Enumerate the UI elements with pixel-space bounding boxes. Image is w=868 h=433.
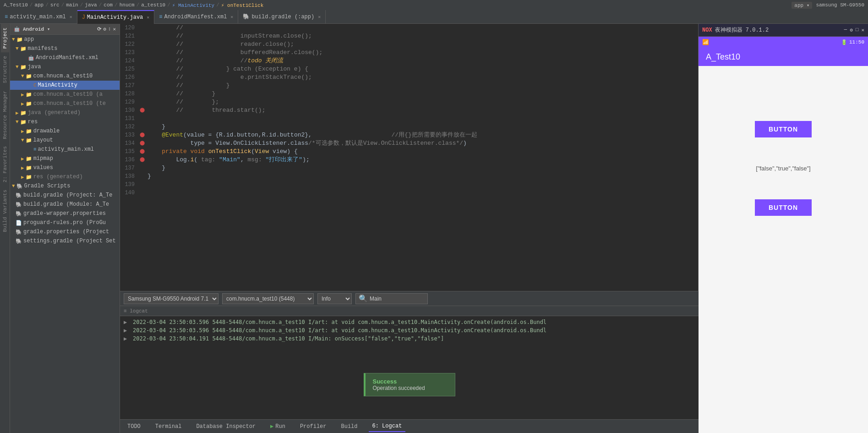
breadcrumb-item[interactable]: app xyxy=(34,2,44,8)
code-line-124: 124 // //todo 关闭流 xyxy=(120,57,698,65)
tree-item-build-gradle-project[interactable]: 🐘 build.gradle (Project: A_Te xyxy=(10,191,120,200)
folder-expand-icon: ▶ xyxy=(21,165,24,171)
tree-item-res[interactable]: ▼ 📁 res xyxy=(10,117,120,126)
code-editor[interactable]: 120 // 121 // inputStream.close(); 122 xyxy=(120,24,698,291)
close-panel-icon[interactable]: ✕ xyxy=(113,26,116,32)
panel-favorites[interactable]: 2: Favorites xyxy=(1,143,9,186)
breadcrumb-item[interactable]: hnucm xyxy=(120,2,135,8)
device-select[interactable]: Samsung SM-G9550 Android 7.1 xyxy=(124,293,218,304)
tab-close-icon[interactable]: ✕ xyxy=(70,14,72,20)
breakpoint-icon[interactable]: ⬤ xyxy=(140,148,145,156)
top-bar-right: app ▾ samsung SM-G9550 xyxy=(792,2,864,9)
tree-item-proguard[interactable]: 📄 proguard-rules.pro (ProGu xyxy=(10,218,120,227)
tree-item-gradle-properties[interactable]: 🐘 gradle.properties (Project xyxy=(10,227,120,236)
tree-item-package-test[interactable]: ▶ 📁 com.hnucm.a_test10 (a xyxy=(10,90,120,99)
tab-terminal[interactable]: Terminal xyxy=(152,422,186,432)
run-config[interactable]: app ▾ xyxy=(792,2,812,9)
breadcrumb-item[interactable]: A_Test10 xyxy=(4,2,28,8)
package-select[interactable]: com.hnucm.a_test10 (5448) xyxy=(222,293,314,304)
panel-build-variants[interactable]: Build Variants xyxy=(1,186,9,236)
folder-icon: 📁 xyxy=(16,37,23,43)
tab-activity-main-xml[interactable]: ≡ activity_main.xml ✕ xyxy=(0,10,77,24)
tree-label-package-test: com.hnucm.a_test10 (a xyxy=(33,91,103,98)
tree-item-app[interactable]: ▼ 📁 app xyxy=(10,35,120,44)
breadcrumb-item[interactable]: java xyxy=(85,2,97,8)
phone-button-2[interactable]: BUTTON xyxy=(755,199,812,216)
tree-item-package[interactable]: ▼ 📁 com.hnucm.a_test10 xyxy=(10,71,120,81)
panel-resource-manager[interactable]: Resource Manager xyxy=(1,87,9,143)
tree-item-manifests[interactable]: ▼ 📁 manifests xyxy=(10,44,120,53)
code-line-136: 136 ⬤ Log.i( tag: "Main", msg: "打印出来了"); xyxy=(120,156,698,164)
tab-label-logcat: 6: Logcat xyxy=(372,423,402,429)
xml-file-icon: 🤖 xyxy=(28,55,34,61)
maximize-button[interactable]: □ xyxy=(856,27,859,33)
logcat-search-box[interactable]: 🔍 xyxy=(355,293,428,304)
tree-item-java[interactable]: ▼ 📁 java xyxy=(10,62,120,71)
tab-build-gradle[interactable]: 🐘 build.gradle (:app) ✕ xyxy=(238,10,326,24)
breakpoint-icon[interactable]: ⬤ xyxy=(140,131,145,139)
tab-todo[interactable]: TODO xyxy=(124,422,144,432)
level-select[interactable]: Info Verbose Debug Warn Error xyxy=(317,293,352,304)
tab-build[interactable]: Build xyxy=(338,422,361,432)
collapse-icon[interactable]: ↕ xyxy=(108,26,111,32)
breadcrumb-item[interactable]: ⚡ onTest1Click xyxy=(221,2,263,8)
breadcrumb-item[interactable]: com xyxy=(104,2,113,8)
tab-close-icon[interactable]: ✕ xyxy=(147,15,149,20)
phone-button-1[interactable]: BUTTON xyxy=(755,121,812,137)
logcat-content[interactable]: ▶ 2022-03-04 23:50:03.596 5448-5448/com.… xyxy=(120,316,699,419)
log-icon: ▶ xyxy=(124,334,131,343)
tree-label-mainactivity: MainActivity xyxy=(38,82,77,88)
code-line-131: 131 xyxy=(120,115,698,123)
tree-item-values[interactable]: ▶ 📁 values xyxy=(10,163,120,172)
tree-label-androidmanifest: AndroidManifest.xml xyxy=(36,55,98,61)
tree-item-layout[interactable]: ▼ 📁 layout xyxy=(10,136,120,145)
tree-item-settings-gradle[interactable]: 🐘 settings.gradle (Project Set xyxy=(10,236,120,246)
settings-button[interactable]: ⚙ xyxy=(850,27,853,33)
breadcrumb-item[interactable]: a_test10 xyxy=(141,2,165,8)
folder-icon: 📁 xyxy=(20,110,27,116)
folder-icon: 📁 xyxy=(26,73,32,79)
sync-icon[interactable]: ⟳ xyxy=(97,26,101,32)
breakpoint-icon[interactable]: ⬤ xyxy=(140,106,145,115)
tab-profiler[interactable]: Profiler xyxy=(296,422,330,432)
logcat-search-input[interactable] xyxy=(370,296,425,302)
tree-item-res-generated[interactable]: ▶ 📁 res (generated) xyxy=(10,172,120,181)
tree-item-gradle-wrapper[interactable]: 🐘 gradle-wrapper.properties xyxy=(10,209,120,218)
breadcrumb-item[interactable]: main xyxy=(66,2,78,8)
panel-structure[interactable]: Structure xyxy=(1,52,9,87)
breakpoint-icon[interactable]: ⬤ xyxy=(140,156,145,164)
tab-close-icon[interactable]: ✕ xyxy=(318,14,321,20)
app-title: A_Test10 xyxy=(706,52,740,62)
tree-item-build-gradle-module[interactable]: 🐘 build.gradle (Module: A_Te xyxy=(10,200,120,209)
minimize-button[interactable]: ─ xyxy=(844,27,847,33)
wifi-icon: 📶 xyxy=(702,39,709,46)
tab-label-database: Database Inspector xyxy=(196,423,256,430)
tree-item-gradle-scripts[interactable]: ▼ 🐘 Gradle Scripts xyxy=(10,181,120,191)
tab-logcat[interactable]: 6: Logcat xyxy=(369,421,406,432)
tab-main-activity-java[interactable]: J MainActivity.java ✕ xyxy=(77,10,155,24)
tab-androidmanifest-xml[interactable]: ≡ AndroidManifest.xml ✕ xyxy=(154,10,238,24)
tree-item-package-test2[interactable]: ▶ 📁 com.hnucm.a_test10 (te xyxy=(10,99,120,108)
device-selector[interactable]: samsung SM-G9550 xyxy=(816,2,864,8)
tree-item-java-generated[interactable]: ▶ 📁 java (generated) xyxy=(10,108,120,117)
settings-icon[interactable]: ⚙ xyxy=(103,26,106,32)
phone-status-bar: 📶 🔋 11:50 xyxy=(699,37,868,48)
tree-label-settings-gradle: settings.gradle (Project Set xyxy=(23,238,116,244)
result-text: ["false","true","false"] xyxy=(756,165,810,172)
tree-label-gradle-scripts: Gradle Scripts xyxy=(24,183,71,189)
tree-item-mipmap[interactable]: ▶ 📁 mipmap xyxy=(10,154,120,163)
tab-close-icon[interactable]: ✕ xyxy=(230,14,233,20)
breadcrumb-item[interactable]: ⚡ MainActivity xyxy=(172,2,214,8)
tree-label-manifests: manifests xyxy=(28,45,58,52)
tree-item-mainactivity[interactable]: C MainActivity xyxy=(10,81,120,90)
breakpoint-icon[interactable]: ⬤ xyxy=(140,139,145,148)
tree-label-mipmap: mipmap xyxy=(33,155,53,162)
breadcrumb-item[interactable]: src xyxy=(50,2,60,8)
close-button[interactable]: ✕ xyxy=(861,27,864,33)
tree-item-drawable[interactable]: ▶ 📁 drawable xyxy=(10,126,120,136)
panel-project[interactable]: Project xyxy=(1,24,9,52)
tab-database-inspector[interactable]: Database Inspector xyxy=(192,422,259,432)
tree-item-activity-main-xml[interactable]: ≡ activity_main.xml xyxy=(10,145,120,154)
tab-run[interactable]: ▶ Run xyxy=(267,421,289,432)
tree-item-androidmanifest[interactable]: 🤖 AndroidManifest.xml xyxy=(10,53,120,62)
